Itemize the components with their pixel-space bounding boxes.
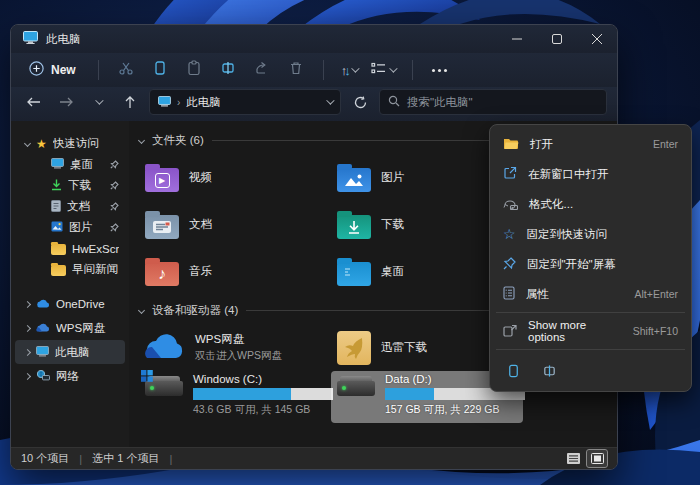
forward-button[interactable] xyxy=(53,89,79,115)
folder-tile-videos[interactable]: ▶ 视频 xyxy=(139,154,331,201)
menu-item-open-new-window[interactable]: 在新窗口中打开 xyxy=(494,159,687,189)
sidebar-item-hwexscreen[interactable]: HwExScreen xyxy=(15,238,125,259)
chevron-down-icon xyxy=(351,64,359,72)
sidebar-item-morning-news[interactable]: 早间新闻 xyxy=(15,259,125,280)
address-bar[interactable]: › 此电脑 xyxy=(149,89,341,115)
thunder-download-icon xyxy=(337,331,371,365)
sidebar-item-wps-cloud[interactable]: WPS网盘 xyxy=(15,316,125,340)
more-options-icon xyxy=(503,324,517,339)
chevron-down-icon[interactable] xyxy=(326,96,334,104)
maximize-button[interactable] xyxy=(537,25,577,53)
chevron-collapsed-icon[interactable] xyxy=(24,348,31,355)
menu-item-pin-quick-access[interactable]: ☆ 固定到快速访问 xyxy=(494,219,687,249)
paste-button[interactable] xyxy=(179,57,209,83)
pin-icon xyxy=(110,159,119,171)
trash-icon xyxy=(288,60,304,80)
search-box[interactable]: 搜索"此电脑" xyxy=(379,89,607,115)
minimize-button[interactable] xyxy=(497,25,537,53)
delete-button[interactable] xyxy=(281,57,311,83)
large-icons-view-button[interactable] xyxy=(587,450,607,467)
refresh-button[interactable] xyxy=(347,89,373,115)
share-icon xyxy=(254,60,270,80)
breadcrumb[interactable]: 此电脑 xyxy=(186,95,221,110)
status-bar: 10 个项目 | 选中 1 个项目 | xyxy=(11,447,617,469)
folder-tile-documents[interactable]: 文档 xyxy=(139,201,331,248)
sidebar-item-onedrive[interactable]: OneDrive xyxy=(15,292,125,316)
windows-logo-icon xyxy=(141,368,153,386)
downloads-folder-icon xyxy=(337,215,371,239)
menu-item-show-more-options[interactable]: Show more options Shift+F10 xyxy=(494,316,687,346)
chevron-expanded-icon[interactable] xyxy=(24,140,31,147)
sidebar-item-network[interactable]: 网络 xyxy=(15,364,125,388)
rename-button[interactable] xyxy=(213,57,243,83)
chevron-collapsed-icon[interactable] xyxy=(24,372,31,379)
copy-button[interactable] xyxy=(145,57,175,83)
downloads-icon xyxy=(51,179,62,193)
breadcrumb-separator: › xyxy=(177,97,180,108)
wps-cloud-icon xyxy=(36,322,50,334)
folder-icon xyxy=(51,244,66,255)
view-list-icon xyxy=(371,61,386,79)
sidebar-item-this-pc[interactable]: 此电脑 xyxy=(15,340,125,364)
sidebar-item-desktop[interactable]: 桌面 xyxy=(15,154,125,175)
copy-icon xyxy=(152,60,168,80)
sort-button[interactable]: ↑↓ xyxy=(336,57,362,83)
app-icon xyxy=(23,30,38,48)
toolbar-separator xyxy=(412,60,413,80)
device-tile-windows-c[interactable]: Windows (C:) 43.6 GB 可用, 共 145 GB xyxy=(139,371,331,423)
chevron-expanded-icon xyxy=(138,307,145,314)
chevron-collapsed-icon[interactable] xyxy=(24,300,31,307)
format-drive-icon xyxy=(503,197,518,212)
menu-item-format[interactable]: 格式化... xyxy=(494,189,687,219)
data-d-drive-icon xyxy=(337,381,375,396)
up-button[interactable] xyxy=(117,89,143,115)
location-icon xyxy=(158,93,171,111)
chevron-collapsed-icon[interactable] xyxy=(24,324,31,331)
disk-usage-bar xyxy=(193,388,333,400)
toolbar-separator xyxy=(323,60,324,80)
menu-item-pin-start[interactable]: 固定到"开始"屏幕 xyxy=(494,249,687,279)
rename-button[interactable] xyxy=(534,358,564,384)
documents-folder-icon xyxy=(145,215,179,239)
folder-tile-music[interactable]: ♪ 音乐 xyxy=(139,248,331,295)
pictures-folder-icon xyxy=(337,168,371,192)
chevron-down-icon xyxy=(95,96,103,104)
pin-icon xyxy=(110,180,119,192)
sidebar-item-documents[interactable]: 文档 xyxy=(15,196,125,217)
network-icon xyxy=(36,370,50,383)
music-folder-icon: ♪ xyxy=(145,262,179,286)
menu-item-properties[interactable]: 属性 Alt+Enter xyxy=(494,279,687,309)
new-button[interactable]: New xyxy=(23,57,86,83)
sidebar-item-downloads[interactable]: 下载 xyxy=(15,175,125,196)
device-tile-wps-cloud[interactable]: WPS网盘 双击进入WPS网盘 xyxy=(139,324,331,371)
ellipsis-icon xyxy=(432,69,447,72)
context-menu: 打开 Enter 在新窗口中打开 格式化... ☆ 固定到快速访问 固定到"开始… xyxy=(489,124,692,392)
view-button[interactable] xyxy=(366,57,400,83)
cut-button[interactable] xyxy=(111,57,141,83)
items-count: 10 个项目 xyxy=(21,451,69,466)
pushpin-icon xyxy=(503,257,516,272)
menu-item-open[interactable]: 打开 Enter xyxy=(494,129,687,159)
title-bar[interactable]: 此电脑 xyxy=(11,25,617,53)
recent-locations-button[interactable] xyxy=(85,89,111,115)
more-options-button[interactable] xyxy=(425,57,455,83)
share-button[interactable] xyxy=(247,57,277,83)
desktop-folder-icon xyxy=(337,262,371,286)
open-folder-icon xyxy=(503,137,519,152)
copy-button[interactable] xyxy=(498,358,528,384)
properties-icon xyxy=(503,286,515,302)
sidebar-item-pictures[interactable]: 图片 xyxy=(15,217,125,238)
close-button[interactable] xyxy=(577,25,617,53)
command-toolbar: New ↑↓ xyxy=(11,53,617,87)
sidebar-item-quick-access[interactable]: ★ 快速访问 xyxy=(15,133,125,154)
pin-icon xyxy=(110,222,119,234)
quick-access-star-icon: ★ xyxy=(36,137,47,151)
onedrive-cloud-icon xyxy=(36,298,50,310)
plus-circle-icon xyxy=(29,61,44,79)
windows-c-drive-icon xyxy=(145,381,183,396)
back-button[interactable] xyxy=(21,89,47,115)
selected-count: 选中 1 个项目 xyxy=(92,451,159,466)
window-title: 此电脑 xyxy=(46,32,497,47)
details-view-button[interactable] xyxy=(563,450,583,467)
search-placeholder: 搜索"此电脑" xyxy=(407,95,473,110)
